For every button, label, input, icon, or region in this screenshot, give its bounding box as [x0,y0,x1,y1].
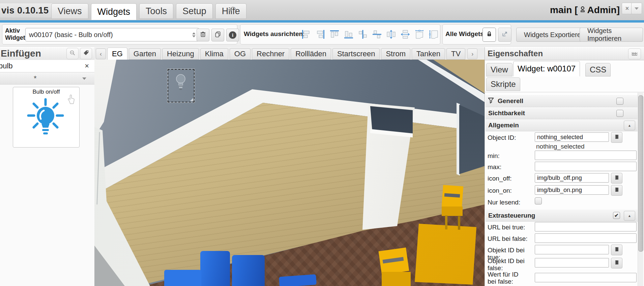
view-tab-garten[interactable]: Garten [129,48,161,60]
show-all-widgets-button[interactable] [498,28,511,42]
tab-widget-w00107[interactable]: Widget: w00107 [513,61,580,76]
view-canvas[interactable]: ◢ [94,60,485,286]
window-menu-button[interactable] [631,3,642,14]
object-id-input[interactable] [535,132,609,142]
align-bottom-button[interactable] [343,28,354,41]
same-height-button[interactable] [428,28,439,41]
view-tab-klima[interactable]: Klima [200,48,228,60]
properties-scrollbar[interactable] [638,93,643,286]
align-bottom-icon [344,29,354,39]
widget-search-value[interactable]: bulb [0,62,13,70]
icon-on-select-button[interactable] [611,185,622,196]
view-tab-rechner[interactable]: Rechner [252,48,289,60]
tab-tools[interactable]: Tools [139,3,173,19]
min-input[interactable] [535,151,637,160]
view-tab-heizung[interactable]: Heizung [162,48,199,60]
max-input[interactable] [535,162,637,171]
clear-search-icon[interactable]: × [85,62,89,70]
insert-panel: Einfügen bulb × * Bulb on/off [0,47,95,286]
min-label: min: [488,152,535,159]
align-center-horizontal-button[interactable] [357,28,368,41]
align-right-button[interactable] [315,28,326,41]
properties-header: Eigenschaften [485,47,644,60]
objekt-id-false-select-button[interactable] [611,258,622,268]
view-tab-eg[interactable]: EG [107,47,127,60]
section-allgemein[interactable]: Allgemein [486,119,638,131]
align-top-button[interactable] [329,28,340,41]
view-tab-strom[interactable]: Strom [381,48,410,60]
check-icon: ✔ [614,212,619,219]
view-tab-og[interactable]: OG [230,48,251,60]
url-false-input[interactable] [535,233,637,243]
icon-off-input[interactable] [535,173,609,183]
book-icon [614,175,619,182]
tag-icon [83,50,89,57]
undo-icon[interactable]: ↶ [228,4,236,16]
resize-handle[interactable]: ◢ [190,97,193,102]
extrasteuerung-checkbox[interactable]: ✔ [613,212,620,219]
tab-views[interactable]: Views [51,3,88,19]
menu-bar: vis 0.10.15 Views Widgets Tools Setup Hi… [0,0,644,21]
icon-on-input[interactable] [535,185,609,195]
distribute-horizontal-button[interactable] [385,28,397,41]
filter-tags-button[interactable] [80,48,92,59]
tab-skripte[interactable]: Skripte [486,77,520,91]
collapse-icon: ▲ [628,124,631,127]
objekt-id-true-input[interactable] [535,245,609,254]
delete-widget-button[interactable] [197,29,209,41]
section-generell[interactable]: Generell [486,95,638,107]
align-left-button[interactable] [300,28,312,41]
views-scroll-right-button[interactable]: › [467,49,477,59]
object-id-select-button[interactable] [611,132,622,143]
duplicate-widget-button[interactable] [211,29,224,41]
tab-css[interactable]: CSS [585,63,611,76]
same-width-button[interactable] [414,28,425,41]
widgets-import-button[interactable]: Widgets Importieren [580,28,643,42]
same-height-icon [429,29,439,39]
view-tab-tv[interactable]: TV [446,48,465,60]
widget-card-bulb[interactable]: Bulb on/off [13,87,80,148]
chevron-down-icon [82,77,86,80]
align-center-vertical-icon [372,29,382,39]
view-tab-rollläden[interactable]: Rollläden [291,48,331,60]
active-widget-select[interactable]: w00107 (basic - Bulb on/off) [25,28,199,41]
views-scroll-left-button[interactable]: ‹ [96,49,106,59]
extrasteuerung-collapse-button[interactable]: ▲ [624,211,635,221]
widget-set-filter[interactable]: * [0,73,94,85]
lock-widgets-button[interactable] [482,28,496,42]
selected-widget-w00107[interactable]: ◢ [168,69,195,102]
view-tab-startscreen[interactable]: Startscreen [332,48,380,60]
sichtbarkeit-checkbox[interactable] [616,110,623,117]
tab-view[interactable]: View [486,63,513,76]
objekt-id-true-select-button[interactable] [611,245,622,255]
zoom-widgets-button[interactable] [66,48,79,59]
chevron-down-icon [635,7,639,10]
objekt-id-false-input[interactable] [535,258,609,267]
scrollbar-thumb[interactable] [638,95,643,252]
tab-widgets[interactable]: Widgets [91,3,137,20]
distribute-vertical-button[interactable] [400,28,411,41]
bulb-off-icon [174,73,187,94]
insert-panel-title: Einfügen [1,48,41,59]
align-right-icon [315,29,325,39]
insert-panel-header: Einfügen [0,47,94,60]
url-true-input[interactable] [535,222,637,231]
section-sichtbarkeit[interactable]: Sichtbarkeit [486,107,638,119]
wert-false-input[interactable] [535,273,637,282]
dock-button[interactable] [628,49,641,59]
all-widgets-group: Alle Widgets: [442,24,511,44]
nur-lesend-label: Nur lesend: [488,199,535,206]
generell-checkbox[interactable] [616,98,623,105]
allgemein-collapse-button[interactable]: ▲ [624,121,635,130]
icon-off-select-button[interactable] [611,173,622,184]
icon-on-label: icon_on: [488,187,535,194]
properties-panel: Eigenschaften View Widget: w00107 CSS Sk… [485,47,644,286]
view-tab-tanken[interactable]: Tanken [412,48,445,60]
widget-info-button[interactable]: i [226,29,239,41]
align-buttons [300,28,439,41]
align-center-vertical-button[interactable] [371,28,382,41]
widget-search-row[interactable]: bulb × [0,60,94,72]
tab-setup[interactable]: Setup [176,3,213,19]
nur-lesend-checkbox[interactable] [535,197,542,204]
scene-chair-leg [445,215,447,229]
